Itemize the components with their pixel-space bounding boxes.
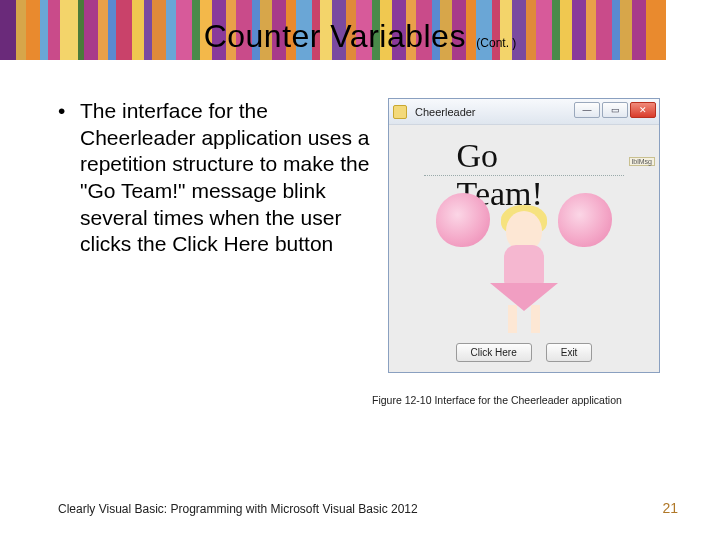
- bullet-text: The interface for the Cheerleader applic…: [80, 98, 378, 258]
- pompom-right-icon: [558, 193, 612, 247]
- slide-title-row: Counter Variables (Cont. ): [0, 18, 720, 55]
- exit-button[interactable]: Exit: [546, 343, 593, 362]
- slide-title: Counter Variables: [204, 18, 466, 54]
- cheerleader-window: Cheerleader — ▭ ✕ Go Team! lblMsg: [388, 98, 660, 373]
- window-app-icon: [393, 105, 407, 119]
- bullet-marker: •: [58, 98, 80, 258]
- pompom-left-icon: [436, 193, 490, 247]
- cheerleader-leg: [531, 305, 540, 333]
- figure-caption: Figure 12-10 Interface for the Cheerlead…: [372, 394, 622, 406]
- cheerleader-skirt: [490, 283, 558, 311]
- bullet-list: • The interface for the Cheerleader appl…: [58, 98, 378, 373]
- label-selection-outline: [424, 175, 624, 176]
- minimize-button[interactable]: —: [574, 102, 600, 118]
- window-title: Cheerleader: [415, 106, 476, 118]
- close-button[interactable]: ✕: [630, 102, 656, 118]
- app-screenshot: Cheerleader — ▭ ✕ Go Team! lblMsg: [388, 98, 658, 373]
- cheerleader-leg: [508, 305, 517, 333]
- label-name-tooltip: lblMsg: [629, 157, 655, 166]
- window-titlebar: Cheerleader — ▭ ✕: [389, 99, 659, 125]
- slide-title-cont: (Cont. ): [476, 36, 516, 50]
- page-number: 21: [662, 500, 678, 516]
- click-here-button[interactable]: Click Here: [456, 343, 532, 362]
- maximize-button[interactable]: ▭: [602, 102, 628, 118]
- cheerleader-image: [444, 183, 604, 333]
- footer-book-title: Clearly Visual Basic: Programming with M…: [58, 502, 418, 516]
